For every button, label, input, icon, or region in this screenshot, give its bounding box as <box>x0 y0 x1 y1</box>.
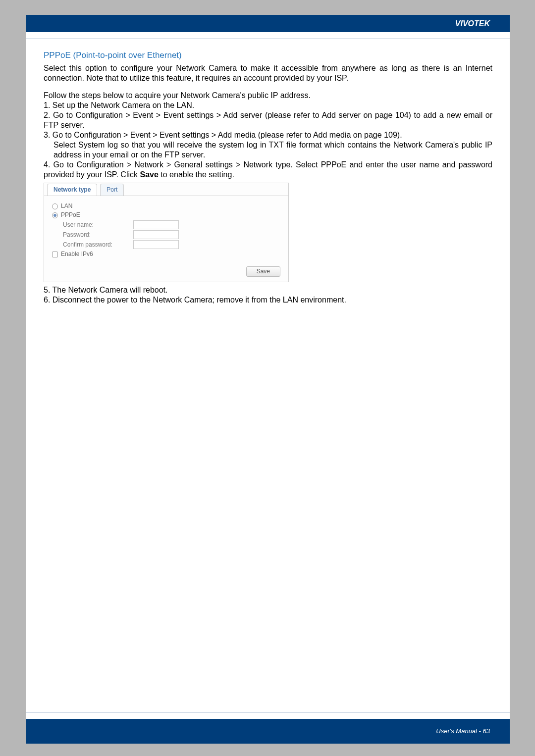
save-row: Save <box>44 264 288 282</box>
username-input[interactable] <box>133 220 179 229</box>
step-4: 4. Go to Configuration > Network > Gener… <box>44 160 492 180</box>
username-row: User name: <box>63 220 280 229</box>
radio-lan[interactable] <box>52 203 58 209</box>
header-bar: VIVOTEK <box>26 15 510 32</box>
radio-lan-row[interactable]: LAN <box>52 202 280 210</box>
confirm-label: Confirm password: <box>63 241 133 249</box>
radio-pppoe[interactable] <box>52 212 58 218</box>
tab-bar: Network type Port <box>44 183 288 196</box>
section-title: PPPoE (Point-to-point over Ethernet) <box>44 50 492 60</box>
step-2: 2. Go to Configuration > Event > Event s… <box>44 110 492 130</box>
radio-pppoe-row[interactable]: PPPoE <box>52 211 280 219</box>
footer-text: User's Manual - 63 <box>436 727 490 735</box>
radio-lan-label: LAN <box>61 202 72 210</box>
brand-label: VIVOTEK <box>455 19 490 28</box>
checkbox-ipv6[interactable] <box>52 252 58 257</box>
tab-port[interactable]: Port <box>100 184 124 196</box>
confirm-row: Confirm password: <box>63 240 280 249</box>
radio-pppoe-label: PPPoE <box>61 211 80 219</box>
step-4-part-c: to enable the setting. <box>159 170 234 179</box>
step-5: 5. The Network Camera will reboot. <box>44 285 492 295</box>
tab-network-type[interactable]: Network type <box>47 184 97 196</box>
step-3-detail: Select System log so that you will recei… <box>44 140 492 160</box>
ipv6-row[interactable]: Enable IPv6 <box>52 251 280 258</box>
ipv6-label: Enable IPv6 <box>61 251 93 258</box>
username-label: User name: <box>63 221 133 229</box>
page: VIVOTEK PPPoE (Point-to-point over Ether… <box>26 15 510 744</box>
intro-paragraph: Select this option to configure your Net… <box>44 63 492 83</box>
header-divider <box>26 32 510 39</box>
settings-screenshot: Network type Port LAN PPPoE User name: P… <box>44 183 289 282</box>
follow-line: Follow the steps below to acquire your N… <box>44 91 492 101</box>
save-button[interactable]: Save <box>246 266 280 277</box>
password-label: Password: <box>63 231 133 239</box>
step-6: 6. Disconnect the power to the Network C… <box>44 295 492 305</box>
password-row: Password: <box>63 230 280 239</box>
content-area: PPPoE (Point-to-point over Ethernet) Sel… <box>26 39 510 305</box>
step-4-save-word: Save <box>140 170 158 179</box>
step-3: 3. Go to Configuration > Event > Event s… <box>44 130 492 140</box>
panel-body: LAN PPPoE User name: Password: Confirm p… <box>44 196 288 264</box>
confirm-input[interactable] <box>133 240 179 249</box>
footer-divider <box>26 712 510 719</box>
step-1: 1. Set up the Network Camera on the LAN. <box>44 101 492 110</box>
step-4-part-a: 4. Go to Configuration > Network > Gener… <box>44 160 492 179</box>
password-input[interactable] <box>133 230 179 239</box>
